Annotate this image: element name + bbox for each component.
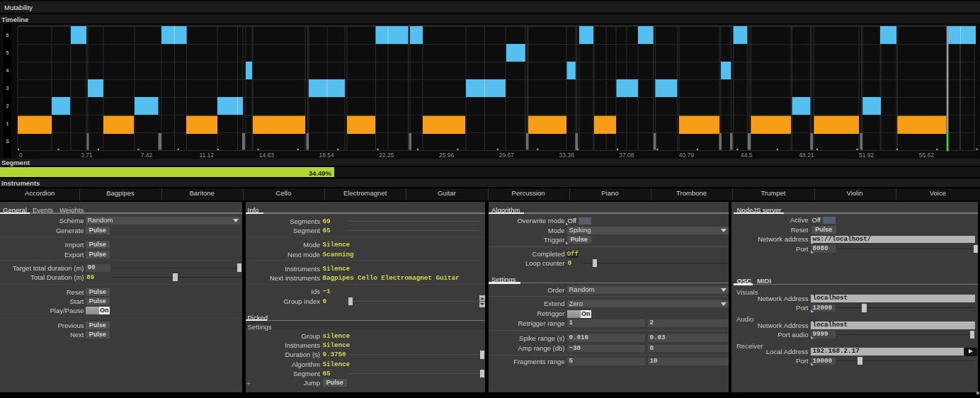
svg-text:S: S [6, 139, 9, 144]
svg-text:2: 2 [6, 103, 9, 108]
svg-text:3: 3 [6, 86, 9, 91]
svg-text:1: 1 [6, 121, 9, 126]
svg-text:6: 6 [6, 33, 9, 38]
svg-text:5: 5 [6, 50, 9, 55]
svg-text:4: 4 [6, 68, 9, 73]
